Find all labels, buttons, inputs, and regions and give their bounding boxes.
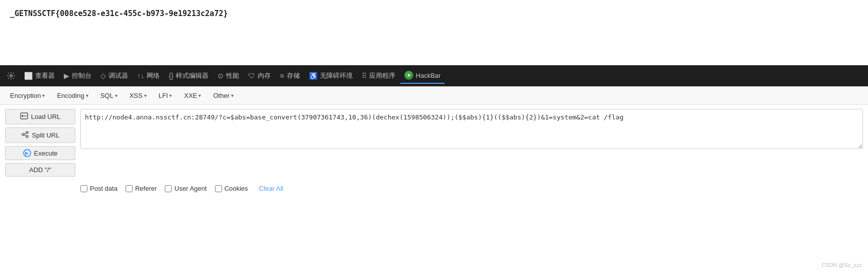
cookies-option[interactable]: Cookies <box>215 185 248 192</box>
hackbar-options: Post data Referer User Agent Cookies Cle… <box>0 181 868 196</box>
accessibility-icon: ♿ <box>309 72 317 80</box>
menu-encoding[interactable]: Encoding ▾ <box>52 90 93 101</box>
hackbar-logo-icon <box>404 71 413 80</box>
tab-storage[interactable]: ≡ 存储 <box>276 68 303 84</box>
xxe-arrow-icon: ▾ <box>198 93 201 98</box>
menu-xxe[interactable]: XXE ▾ <box>179 90 206 101</box>
network-icon: ↑↓ <box>137 72 144 80</box>
hackbar-panel: Encryption ▾ Encoding ▾ SQL ▾ XSS ▾ LFI … <box>0 86 868 196</box>
referer-checkbox[interactable] <box>126 185 133 192</box>
encoding-arrow-icon: ▾ <box>86 93 88 98</box>
split-url-icon <box>21 130 29 140</box>
menu-other[interactable]: Other ▾ <box>208 90 239 101</box>
tab-memory[interactable]: 🛡 内存 <box>244 68 275 84</box>
svg-point-7 <box>26 136 28 138</box>
svg-point-6 <box>26 131 28 133</box>
tab-inspector[interactable]: ⬜ 查看器 <box>20 68 59 84</box>
flag-text: _GETNSSCTF{008ce528-e31c-455c-b973-9e192… <box>10 9 228 18</box>
user-agent-option[interactable]: User Agent <box>165 185 206 192</box>
watermark: CSDN @Sx_zzz <box>821 262 862 268</box>
tab-debugger[interactable]: ◇ 调试器 <box>96 68 132 84</box>
url-section <box>80 109 863 151</box>
tab-console[interactable]: ▶ 控制台 <box>60 68 95 84</box>
url-input[interactable] <box>80 109 863 149</box>
page-content: _GETNSSCTF{008ce528-e31c-455c-b973-9e192… <box>0 0 868 65</box>
tab-hackbar[interactable]: HackBar <box>400 68 445 84</box>
encryption-arrow-icon: ▾ <box>42 93 45 98</box>
menu-sql[interactable]: SQL ▾ <box>95 90 123 101</box>
execute-button[interactable]: ▶ Execute <box>5 146 75 160</box>
referer-option[interactable]: Referer <box>126 185 157 192</box>
post-data-option[interactable]: Post data <box>80 185 118 192</box>
devtools-toolbar: ⬜ 查看器 ▶ 控制台 ◇ 调试器 ↑↓ 网络 {} 样式编辑器 ⊙ 性能 🛡 … <box>0 65 868 86</box>
debugger-icon: ◇ <box>100 72 106 80</box>
load-url-icon <box>20 112 28 121</box>
svg-point-5 <box>22 133 24 136</box>
memory-icon: 🛡 <box>248 72 255 80</box>
user-agent-checkbox[interactable] <box>165 185 172 192</box>
lfi-arrow-icon: ▾ <box>169 93 172 98</box>
cookies-checkbox[interactable] <box>215 185 222 192</box>
performance-icon: ⊙ <box>218 72 224 80</box>
storage-icon: ≡ <box>280 72 284 80</box>
menu-lfi[interactable]: LFI ▾ <box>154 90 177 101</box>
xss-arrow-icon: ▾ <box>144 93 147 98</box>
post-data-checkbox[interactable] <box>80 185 87 192</box>
tab-accessibility[interactable]: ♿ 无障碍环境 <box>305 68 357 84</box>
applications-icon: ⠿ <box>362 72 367 80</box>
tab-applications[interactable]: ⠿ 应用程序 <box>358 68 399 84</box>
add-slash-button[interactable]: ADD "/" <box>5 163 75 177</box>
sql-arrow-icon: ▾ <box>115 93 118 98</box>
svg-point-4 <box>22 115 24 117</box>
other-arrow-icon: ▾ <box>231 93 234 98</box>
hackbar-actions: Load URL Split URL ▶ Execute ADD " <box>5 109 75 177</box>
execute-icon: ▶ <box>23 149 31 157</box>
tab-performance[interactable]: ⊙ 性能 <box>213 68 243 84</box>
svg-point-2 <box>408 74 410 76</box>
tab-style-editor[interactable]: {} 样式编辑器 <box>165 68 212 84</box>
style-editor-icon: {} <box>169 72 173 80</box>
menu-xss[interactable]: XSS ▾ <box>125 90 152 101</box>
hackbar-main: Load URL Split URL ▶ Execute ADD " <box>0 105 868 181</box>
console-icon: ▶ <box>64 72 69 80</box>
split-url-button[interactable]: Split URL <box>5 127 75 143</box>
devtools-main-icon[interactable] <box>3 68 19 84</box>
inspector-icon: ⬜ <box>24 72 33 80</box>
clear-all-button[interactable]: Clear All <box>256 184 286 193</box>
hackbar-menu: Encryption ▾ Encoding ▾ SQL ▾ XSS ▾ LFI … <box>0 87 868 105</box>
load-url-button[interactable]: Load URL <box>5 109 75 124</box>
svg-point-0 <box>10 75 13 77</box>
menu-encryption[interactable]: Encryption ▾ <box>5 90 50 101</box>
tab-network[interactable]: ↑↓ 网络 <box>133 68 164 84</box>
